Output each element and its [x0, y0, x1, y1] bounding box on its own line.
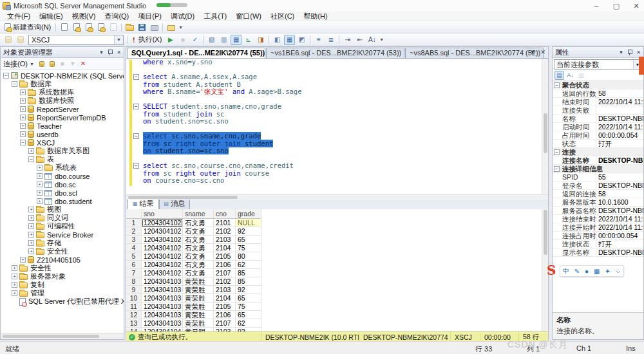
- ime-keyboard-icon[interactable]: ▦: [594, 268, 600, 275]
- row-number[interactable]: 13: [126, 319, 142, 328]
- grid-cell[interactable]: 石文勇: [183, 244, 214, 252]
- grid-cell[interactable]: 1204304103: [142, 303, 183, 311]
- design-query-icon[interactable]: ▥: [218, 35, 229, 45]
- uncomment-icon[interactable]: ≣: [325, 35, 336, 45]
- grid-cell[interactable]: 75: [236, 303, 261, 311]
- restore-button[interactable]: ▢: [612, 2, 620, 10]
- disconnect-icon[interactable]: [48, 59, 57, 68]
- tree-item[interactable]: +服务器对象: [1, 272, 124, 281]
- close-button[interactable]: ✕: [632, 2, 640, 10]
- combo-dropdown-icon[interactable]: ▼: [114, 35, 123, 44]
- row-number[interactable]: 8: [126, 277, 142, 286]
- include-actual-plan-icon[interactable]: ⊾: [243, 35, 254, 45]
- row-number[interactable]: 11: [126, 303, 142, 311]
- grid-cell[interactable]: 2106: [214, 261, 236, 269]
- property-value[interactable]: DESKTOP-NBME2IK: [596, 115, 643, 122]
- property-section-header[interactable]: −聚合状态: [553, 81, 643, 89]
- include-client-statistics-icon[interactable]: ◨: [255, 35, 266, 45]
- code-line[interactable]: on course.cno=sc.cno: [126, 177, 548, 185]
- grid-cell[interactable]: 2105: [214, 303, 236, 311]
- tree-expander-icon[interactable]: +: [37, 182, 43, 187]
- results-to-grid-icon[interactable]: ▦: [284, 35, 295, 45]
- tree-expander-icon[interactable]: +: [12, 274, 17, 279]
- tab-close-icon[interactable]: ✕: [540, 49, 545, 55]
- document-tab[interactable]: ~vs1BE6.sql - DES...BME2IK\20774 (53)): [266, 48, 404, 58]
- grid-cell[interactable]: 1204304104: [142, 328, 183, 331]
- tree-item[interactable]: +ReportServerTempDB: [1, 113, 124, 122]
- grid-cell[interactable]: 2103: [214, 286, 236, 294]
- menu-item[interactable]: 帮助(H): [299, 12, 332, 21]
- row-number[interactable]: 12: [126, 311, 142, 319]
- property-value[interactable]: DESKTOP-NBME2IK: [596, 248, 643, 256]
- tree-item[interactable]: +数据库关系图: [1, 147, 124, 155]
- grid-cell[interactable]: 2103: [214, 236, 236, 244]
- database-engine-query-icon[interactable]: [71, 22, 82, 32]
- property-value[interactable]: 55: [596, 173, 643, 181]
- tree-item[interactable]: +安全性: [1, 247, 124, 256]
- tree-item[interactable]: +Service Broker: [1, 230, 124, 239]
- ime-chinese-mode-icon[interactable]: 中: [563, 266, 569, 275]
- props-close-icon[interactable]: ✕: [636, 50, 641, 55]
- grid-cell[interactable]: 2105: [214, 252, 236, 261]
- grid-cell[interactable]: 80: [236, 252, 261, 261]
- tree-expander-icon[interactable]: +: [28, 248, 34, 254]
- menu-item[interactable]: 调试(D): [166, 12, 199, 21]
- menu-item[interactable]: 窗口(W): [231, 12, 266, 21]
- tree-expander-icon[interactable]: +: [20, 98, 26, 104]
- tree-item[interactable]: +数据库快照: [1, 97, 124, 105]
- tree-item[interactable]: +dbo.sc: [1, 180, 124, 189]
- column-header[interactable]: sname: [183, 209, 214, 219]
- refresh-icon[interactable]: [37, 59, 46, 68]
- grid-cell[interactable]: 1204304103: [142, 277, 183, 286]
- tab-list-dropdown-icon[interactable]: ▼: [530, 49, 536, 55]
- grid-cell[interactable]: 2106: [214, 311, 236, 319]
- minimize-button[interactable]: –: [592, 2, 600, 10]
- row-number[interactable]: 5: [126, 252, 142, 261]
- grid-cell[interactable]: 85: [236, 269, 261, 277]
- delete-icon[interactable]: ✕: [79, 59, 88, 68]
- grid-cell[interactable]: 1204304103: [142, 319, 183, 328]
- mdx-query-icon[interactable]: [83, 22, 94, 32]
- results-to-file-icon[interactable]: ◩: [296, 35, 307, 45]
- grid-cell[interactable]: 62: [236, 319, 261, 328]
- grid-cell[interactable]: 65: [236, 294, 261, 303]
- specify-template-values-icon[interactable]: ▦: [231, 35, 242, 45]
- grid-cell[interactable]: 2107: [214, 269, 236, 277]
- tree-item[interactable]: +可编程性: [1, 222, 124, 230]
- categorized-view-icon[interactable]: ▤: [554, 71, 564, 80]
- tree-expander-icon[interactable]: +: [37, 173, 43, 179]
- tree-expander-icon[interactable]: +: [28, 223, 34, 229]
- row-number[interactable]: 10: [126, 294, 142, 303]
- ime-pen-icon[interactable]: ✎: [574, 268, 580, 275]
- alphabetical-view-icon[interactable]: A↓: [565, 71, 575, 80]
- tree-item[interactable]: +系统表: [1, 163, 124, 172]
- connect-button[interactable]: 连接(O): [3, 59, 28, 69]
- tree-item[interactable]: +复制: [1, 281, 124, 289]
- tree-expander-icon[interactable]: +: [20, 89, 26, 95]
- ime-mic-icon[interactable]: ●: [585, 268, 589, 275]
- indent-icon[interactable]: ⇥: [342, 35, 353, 45]
- new-query-button[interactable]: 新建查询(N): [2, 22, 53, 33]
- menu-item[interactable]: 视图(V): [68, 12, 100, 21]
- code-line[interactable]: on student.sno=sc.sno: [126, 147, 548, 155]
- grid-cell[interactable]: 2102: [214, 227, 236, 236]
- toolbar2-overflow-icon[interactable]: ▼: [379, 37, 384, 42]
- tree-expander-icon[interactable]: +: [37, 190, 43, 196]
- property-value[interactable]: 2022/10/14 11:55:: [596, 223, 643, 231]
- grid-cell[interactable]: NULL: [236, 219, 261, 227]
- props-pin-icon[interactable]: [627, 49, 632, 55]
- grid-cell[interactable]: 1204304102: [142, 244, 183, 252]
- document-tab[interactable]: SQLQuery1.sql - DE...ME2IK\20774 (55))*: [127, 48, 265, 58]
- property-value[interactable]: 58: [596, 190, 643, 198]
- grid-cell[interactable]: 1204304102: [142, 219, 183, 227]
- code-line[interactable]: on student.sno=sc.sno: [126, 118, 548, 126]
- oe-window-position-icon[interactable]: ▼: [99, 50, 104, 55]
- comment-icon[interactable]: ≡: [313, 35, 324, 45]
- column-header[interactable]: sno: [142, 209, 183, 219]
- grid-cell[interactable]: 75: [236, 244, 261, 252]
- grid-cell[interactable]: 1204304102: [142, 261, 183, 269]
- tree-expander-icon[interactable]: −: [20, 140, 26, 145]
- oe-pin-icon[interactable]: [108, 49, 113, 55]
- property-value[interactable]: DESKTOP-NBME2IK: [596, 182, 643, 189]
- props-window-position-icon[interactable]: ▼: [618, 50, 623, 55]
